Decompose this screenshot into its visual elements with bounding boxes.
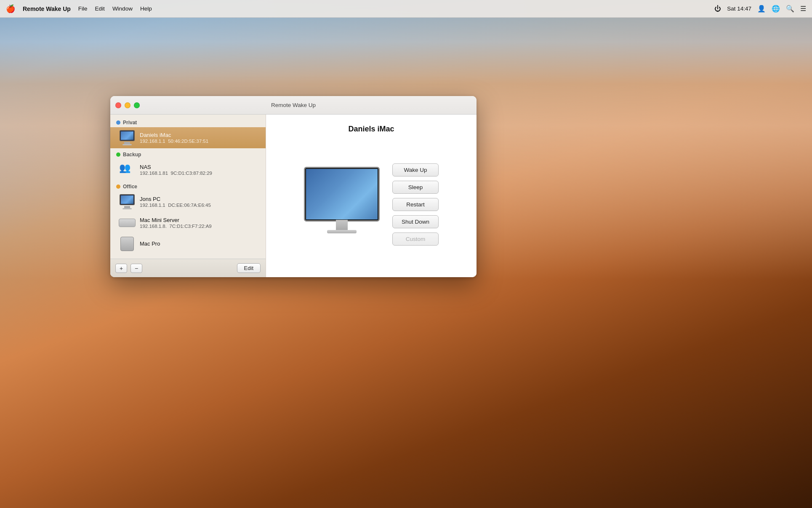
imac-icon <box>119 130 136 145</box>
menu-edit[interactable]: Edit <box>95 5 105 12</box>
sidebar-item-daniels-imac[interactable]: Daniels iMac 192.168.1.1 50:46:2D:5E:37:… <box>110 127 266 148</box>
maximize-button[interactable] <box>134 102 140 108</box>
mac-pro-info: Mac Pro <box>140 241 160 247</box>
control-center-icon[interactable]: ☰ <box>800 5 806 13</box>
mac-mini-details: 192.168.1.8. 7C:D1:C3:F7:22:A9 <box>140 224 212 229</box>
app-name-label: Remote Wake Up <box>23 5 71 12</box>
imac-screen <box>120 130 135 141</box>
mac-pro-illustration <box>120 237 134 251</box>
restart-button[interactable]: Restart <box>392 198 439 211</box>
menu-help[interactable]: Help <box>140 5 152 12</box>
sidebar-toolbar: + − Edit <box>110 259 266 277</box>
sleep-button[interactable]: Sleep <box>392 181 439 194</box>
nas-icon: 👥 <box>119 162 136 177</box>
imac-large-neck <box>336 220 348 231</box>
mac-mini-name: Mac Mini Server <box>140 217 212 223</box>
titlebar: Remote Wake Up <box>110 96 477 115</box>
office-dot <box>116 184 120 189</box>
jons-pc-icon <box>119 194 136 209</box>
window-controls <box>115 102 140 108</box>
sidebar-list: Privat Daniels iMac <box>110 115 266 259</box>
nas-people-icon: 👥 <box>119 163 130 173</box>
imac-large-illustration <box>304 167 380 243</box>
apple-menu-icon[interactable]: 🍎 <box>6 4 15 13</box>
edit-button[interactable]: Edit <box>237 263 261 273</box>
daniels-imac-details: 192.168.1.1 50:46:2D:5E:37:51 <box>140 139 208 144</box>
jons-pc-details: 192.168.1.1 DC:EE:06:7A:E6:45 <box>140 203 211 208</box>
section-header-backup: Backup <box>110 148 266 159</box>
custom-button[interactable]: Custom <box>392 233 439 246</box>
sidebar-item-jons-pc[interactable]: Jons PC 192.168.1.1 DC:EE:06:7A:E6:45 <box>110 191 266 212</box>
jons-pc-illustration <box>119 194 136 209</box>
nas-illustration: 👥 <box>119 163 135 177</box>
action-buttons: Wake Up Sleep Restart Shut Down Custom <box>392 163 439 246</box>
sidebar: Privat Daniels iMac <box>110 115 266 277</box>
window-title: Remote Wake Up <box>271 102 316 108</box>
menubar-right: ⏻ Sat 14:47 👤 🌐 🔍 ☰ <box>714 5 806 13</box>
mac-mini-body <box>119 219 136 227</box>
jons-pc-screen <box>120 194 135 205</box>
clock-label: Sat 14:47 <box>727 5 751 12</box>
jons-pc-screen-inner <box>121 195 133 204</box>
wake-up-button[interactable]: Wake Up <box>392 163 439 176</box>
jons-pc-info: Jons PC 192.168.1.1 DC:EE:06:7A:E6:45 <box>140 196 211 208</box>
section-label-privat: Privat <box>123 120 137 126</box>
imac-screen-inner <box>121 131 133 140</box>
nas-name: NAS <box>140 164 212 170</box>
section-label-backup: Backup <box>123 152 141 158</box>
imac-large-screen-inner <box>306 169 378 219</box>
section-header-privat: Privat <box>110 116 266 127</box>
daniels-imac-name: Daniels iMac <box>140 132 208 138</box>
mac-mini-icon <box>119 215 136 230</box>
search-icon[interactable]: 🔍 <box>786 5 794 13</box>
device-title: Daniels iMac <box>348 125 394 134</box>
daniels-imac-info: Daniels iMac 192.168.1.1 50:46:2D:5E:37:… <box>140 132 208 144</box>
section-header-office: Office <box>110 180 266 191</box>
window-body: Privat Daniels iMac <box>110 115 477 277</box>
minimize-button[interactable] <box>125 102 130 108</box>
nas-details: 192.168.1.81 9C:D1:C3:87:82:29 <box>140 171 212 176</box>
shut-down-button[interactable]: Shut Down <box>392 215 439 228</box>
user-icon[interactable]: 👤 <box>757 5 766 13</box>
main-window: Remote Wake Up Privat <box>110 96 477 277</box>
section-label-office: Office <box>123 184 137 190</box>
menubar: 🍎 Remote Wake Up File Edit Window Help ⏻… <box>0 0 812 18</box>
imac-illustration <box>119 130 136 145</box>
siri-icon[interactable]: 🌐 <box>772 5 780 13</box>
imac-large-screen <box>304 167 380 222</box>
menu-file[interactable]: File <box>78 5 88 12</box>
backup-dot <box>116 152 120 157</box>
menubar-left: 🍎 Remote Wake Up File Edit Window Help <box>6 4 714 13</box>
mac-pro-name: Mac Pro <box>140 241 160 247</box>
sidebar-item-mac-mini[interactable]: Mac Mini Server 192.168.1.8. 7C:D1:C3:F7… <box>110 212 266 233</box>
imac-large-base <box>327 230 357 233</box>
jons-pc-base <box>122 208 132 209</box>
imac-base <box>122 144 132 145</box>
close-button[interactable] <box>115 102 121 108</box>
main-content: Daniels iMac Wake Up Sleep Restart Shut … <box>266 115 477 277</box>
content-body: Wake Up Sleep Restart Shut Down Custom <box>274 142 468 267</box>
sidebar-item-nas[interactable]: 👥 NAS 192.168.1.81 9C:D1:C3:87:82:29 <box>110 159 266 180</box>
sidebar-item-mac-pro[interactable]: Mac Pro <box>110 233 266 254</box>
nas-info: NAS 192.168.1.81 9C:D1:C3:87:82:29 <box>140 164 212 176</box>
power-icon[interactable]: ⏻ <box>714 5 721 13</box>
mac-mini-info: Mac Mini Server 192.168.1.8. 7C:D1:C3:F7… <box>140 217 212 229</box>
privat-dot <box>116 120 120 125</box>
menu-window[interactable]: Window <box>112 5 133 12</box>
remove-device-button[interactable]: − <box>130 264 142 273</box>
add-device-button[interactable]: + <box>115 264 127 273</box>
mac-mini-illustration <box>119 219 136 227</box>
mac-pro-icon <box>119 236 136 251</box>
jons-pc-name: Jons PC <box>140 196 211 202</box>
